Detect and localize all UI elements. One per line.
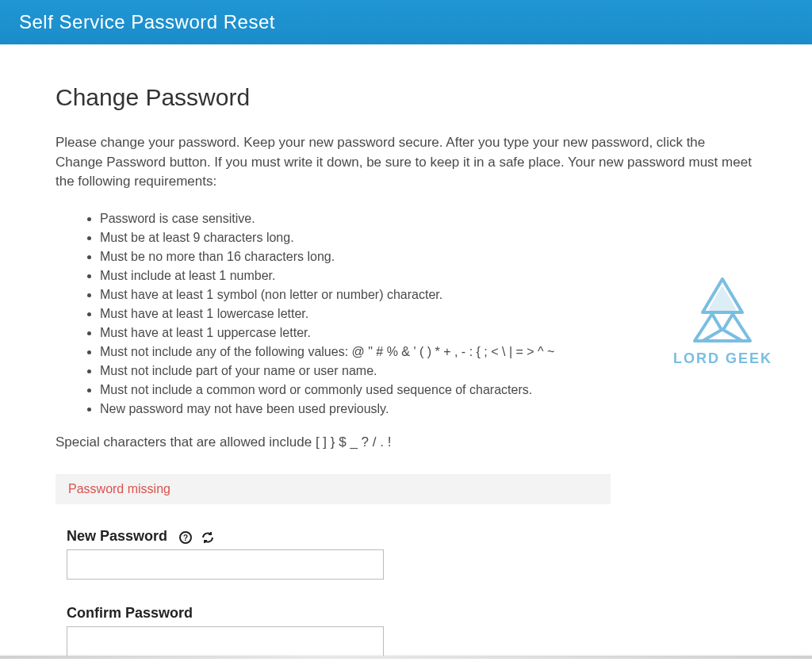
header-bar: Self Service Password Reset [0,0,812,44]
allowed-chars: Special characters that are allowed incl… [56,434,756,450]
requirement-item: Must be at least 9 characters long. [100,228,756,247]
svg-text:?: ? [182,534,187,542]
requirement-item: Must include at least 1 number. [100,266,756,285]
confirm-password-label: Confirm Password [67,605,193,622]
requirement-item: Must not include any of the following va… [100,342,756,362]
confirm-password-block: Confirm Password [67,605,756,656]
requirement-item: Must have at least 1 symbol (non letter … [100,285,756,304]
refresh-icon[interactable] [201,531,214,544]
requirement-item: Must have at least 1 uppercase letter. [100,323,756,342]
requirement-item: Password is case sensitive. [100,209,756,228]
bottom-divider [0,656,812,659]
page-title: Change Password [56,84,756,111]
confirm-password-input[interactable] [67,626,384,656]
label-icons: ? [176,530,217,545]
requirement-item: New password may not have been used prev… [100,400,756,419]
requirement-item: Must not include a common word or common… [100,381,756,400]
new-password-block: New Password ? [67,528,756,580]
requirements-list: Password is case sensitive. Must be at l… [56,209,756,419]
intro-text: Please change your password. Keep your n… [56,133,753,192]
error-text: Password missing [68,482,170,496]
requirement-item: Must have at least 1 lowercase letter. [100,304,756,323]
new-password-input[interactable] [67,549,384,580]
content-area: Change Password Please change your passw… [0,44,812,656]
header-title: Self Service Password Reset [19,11,275,33]
help-icon[interactable]: ? [179,531,192,544]
requirement-item: Must be no more than 16 characters long. [100,247,756,266]
error-banner: Password missing [56,474,611,504]
requirement-item: Must not include part of your name or us… [100,362,756,381]
new-password-label: New Password [67,528,167,545]
